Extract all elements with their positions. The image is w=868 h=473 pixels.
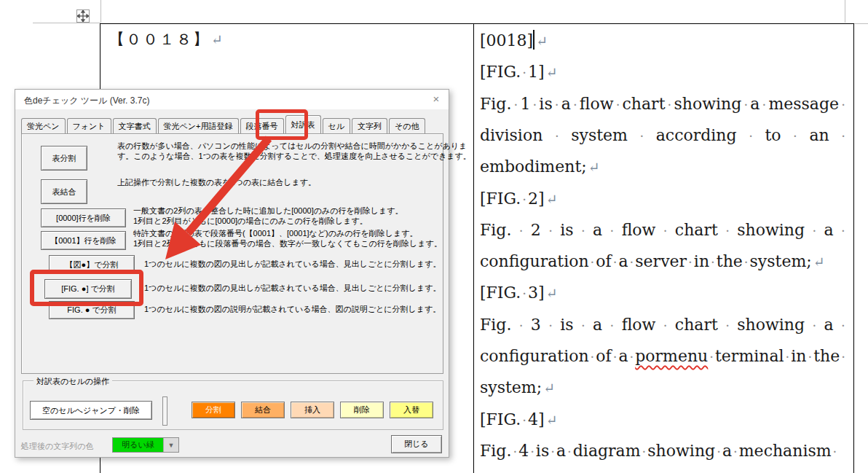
word: showing [737,309,805,340]
space-mark: · [744,254,749,270]
word: 2 [531,214,541,246]
space-mark: · [717,444,721,459]
close-button[interactable]: 閉じる [391,435,442,453]
word: a [722,442,732,460]
word: [FIG. [480,63,521,81]
word: the [813,340,840,372]
space-mark: · [668,89,672,120]
space-mark: · [841,120,845,152]
tab-文字書式[interactable]: 文字書式 [113,118,157,133]
close-icon[interactable]: × [430,93,443,106]
button-【0001】行を削除[interactable]: 【0001】行を削除 [41,231,126,250]
word: 3] [528,284,545,302]
description-FIG. ● で分割: 1つのセルに複数の図の説明が記載されている場合、図の説明ごとに分割します。 [144,305,441,315]
word: embodiment; [480,157,587,176]
space-mark: · [642,444,647,459]
document-line: [FIG.·2]↵ [480,183,845,214]
word: [FIG. [480,189,521,208]
word: 1] [528,63,545,81]
page-boundary-mark [33,23,100,23]
button-[0000]行を削除[interactable]: [0000]行を削除 [41,208,126,227]
space-mark: · [519,310,524,341]
word: showing [647,442,715,460]
word: is [560,309,573,340]
word: in [791,340,806,372]
word: Fig. [480,214,511,246]
space-mark: · [613,254,618,270]
description-[FIG. ●] で分割: 1つのセルに複数の図の見出しが記載されている場合、見出しごとに分割します。 [144,284,441,294]
space-mark: · [548,215,553,246]
tab-セル[interactable]: セル [323,118,351,133]
table-border-right [853,23,854,473]
space-mark: · [639,120,644,152]
description-【図●】で分割: 1つのセルに複数の図の見出しが記載されている場合、見出しごとに分割します。 [144,259,441,270]
space-mark: · [709,341,714,372]
word: in [694,252,709,270]
word: system [571,120,628,151]
document-line: [0018]↵ [480,25,845,56]
pilcrow-mark: ↵ [546,412,558,428]
cell-button-入替[interactable]: 入替 [390,402,433,418]
word: is [560,214,573,246]
word: Fig. [480,88,511,120]
word: flow [580,88,614,120]
pilcrow-mark: ↵ [546,285,558,301]
word: pormenu [635,340,708,372]
dialog-titlebar[interactable]: 色deチェック ツール (Ver. 3.7c) × [15,90,449,109]
document-line: Fig.·3·is·a·flow·chart·showing·a· [480,309,845,340]
document-line: [FIG.·3]↵ [480,277,845,308]
word: of [596,252,611,270]
word: system; [480,378,542,396]
jump-empty-cell-button[interactable]: 空のセルへジャンプ・削除 [30,401,152,420]
space-mark: · [610,310,615,341]
document-line: Fig.·4·is·a·diagram·showing·a·mechanism· [480,435,845,466]
space-mark: · [591,254,595,270]
space-mark: · [581,310,585,341]
text-cursor [533,30,534,50]
table-border-top [100,23,854,24]
space-mark: · [530,444,534,459]
description-【0001】行を削除: 特許文書の2列の表で段落番号(【0001】、[0001]など)のみの行を削除しま… [133,229,442,249]
space-mark: · [551,444,555,459]
word: Fig. [480,309,511,340]
cell-button-削除[interactable]: 削除 [340,402,384,418]
button-表結合[interactable]: 表結合 [41,179,87,204]
space-mark: · [725,215,730,246]
document-line: Fig.·1·is·a·flow·chart·showing·a·message… [480,88,845,120]
cell-button-結合[interactable]: 結合 [241,402,285,418]
paragraph-number: 【００１８】↵ [109,29,224,50]
document-line: Fig.·2·is·a·flow·chart·showing·a· [480,214,845,246]
tab-蛍光ペン[interactable]: 蛍光ペン [21,118,66,133]
pilcrow-mark: ↵ [546,191,558,207]
word: system; [750,252,812,270]
table-border-middle [473,23,474,473]
word: a [824,309,834,340]
tab-文字列[interactable]: 文字列 [352,118,387,133]
space-mark: · [522,65,526,80]
word: chart [675,214,718,246]
space-mark: · [711,254,715,270]
tab-蛍光ペン+用語登録[interactable]: 蛍光ペン+用語登録 [158,118,239,133]
document-line: [FIG.·4]↵ [480,404,845,435]
space-mark: · [613,341,618,372]
space-mark: · [519,215,524,246]
space-mark: · [522,192,526,207]
table-move-handle-icon[interactable] [76,9,90,23]
separator-bar [162,396,167,426]
tab-フォント[interactable]: フォント [67,118,111,133]
cell-button-挿入[interactable]: 挿入 [291,402,334,418]
word: a [824,214,834,246]
space-mark: · [663,310,668,341]
word: a [750,88,760,120]
cell-button-分割[interactable]: 分割 [192,402,235,418]
space-mark: · [808,341,813,372]
color-dropdown[interactable]: 明るい緑 ▼ [112,437,179,453]
tab-その他[interactable]: その他 [389,118,425,133]
chevron-down-icon[interactable]: ▼ [163,438,178,452]
space-mark: · [749,120,753,152]
space-mark: · [841,89,845,120]
button-表分割[interactable]: 表分割 [41,146,87,171]
pilcrow-mark: ↵ [543,380,555,396]
pilcrow-mark: ↵ [211,31,224,47]
pilcrow-mark: ↵ [588,159,600,175]
